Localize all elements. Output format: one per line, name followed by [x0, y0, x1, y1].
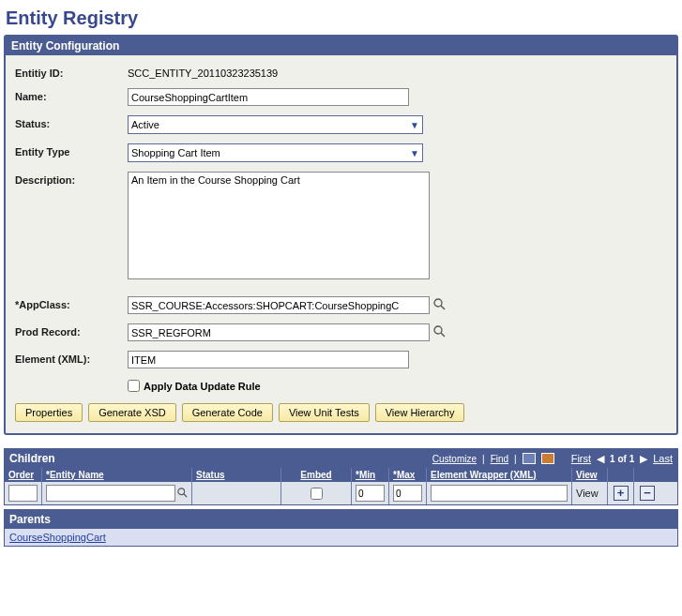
status-label: Status: — [15, 115, 128, 129]
appclass-label: *AppClass: — [15, 296, 128, 310]
children-grid: Children Customize | Find | First ◀ 1 of… — [4, 448, 678, 505]
col-add — [608, 468, 634, 482]
first-link[interactable]: First — [571, 453, 591, 464]
entity-type-select[interactable]: Shopping Cart Item ▼ — [128, 143, 423, 162]
customize-link[interactable]: Customize — [432, 454, 477, 464]
prod-record-label: Prod Record: — [15, 323, 128, 338]
parents-header: Parents — [5, 510, 677, 529]
prev-icon[interactable]: ◀ — [597, 453, 604, 465]
add-row-button[interactable]: + — [614, 486, 629, 501]
entity-configuration-body: Entitiy ID: SCC_ENTITY_20110323235139 Na… — [6, 55, 676, 433]
entity-name-input[interactable] — [46, 485, 175, 502]
status-select-value: Active — [131, 119, 159, 130]
col-entity-name[interactable]: *Entity Name — [42, 468, 192, 482]
view-row-link[interactable]: View — [576, 488, 599, 499]
page-title: Entity Registry — [4, 4, 678, 35]
description-textarea[interactable] — [128, 172, 430, 279]
entity-configuration-header: Entity Configuration — [6, 37, 676, 55]
chevron-down-icon[interactable]: ▼ — [410, 148, 419, 158]
max-input[interactable] — [393, 485, 422, 502]
children-grid-title: Children — [9, 452, 55, 465]
embed-checkbox[interactable] — [311, 488, 323, 500]
lookup-icon[interactable] — [433, 325, 446, 340]
generate-xsd-button[interactable]: Generate XSD — [88, 403, 176, 422]
apply-data-update-rule-checkbox[interactable] — [128, 380, 140, 392]
col-status[interactable]: Status — [192, 468, 281, 482]
status-select[interactable]: Active ▼ — [128, 115, 423, 134]
svg-line-1 — [441, 306, 445, 309]
parent-link[interactable]: CourseShoppingCart — [9, 532, 106, 543]
remove-row-button[interactable]: − — [640, 486, 655, 501]
view-hierarchy-button[interactable]: View Hierarchy — [375, 403, 465, 422]
col-remove — [634, 468, 660, 482]
appclass-input[interactable] — [128, 296, 430, 314]
col-max[interactable]: *Max — [389, 468, 427, 482]
svg-line-5 — [184, 494, 187, 497]
find-link[interactable]: Find — [491, 454, 508, 464]
wrapper-input[interactable] — [431, 485, 568, 502]
svg-point-2 — [434, 326, 442, 334]
entity-type-label: Entity Type — [15, 143, 128, 158]
svg-point-0 — [434, 299, 442, 307]
properties-button[interactable]: Properties — [15, 403, 83, 422]
col-element-wrapper[interactable]: Element Wrapper (XML) — [427, 468, 572, 482]
min-input[interactable] — [356, 485, 385, 502]
download-icon[interactable] — [541, 453, 554, 464]
entity-id-value: SCC_ENTITY_20110323235139 — [128, 65, 278, 79]
element-xml-label: Element (XML): — [15, 351, 128, 365]
col-order[interactable]: Order — [5, 468, 42, 482]
name-input[interactable] — [128, 88, 409, 106]
lookup-icon[interactable] — [433, 298, 446, 313]
col-min[interactable]: *Min — [352, 468, 389, 482]
view-unit-tests-button[interactable]: View Unit Tests — [279, 403, 370, 422]
svg-line-3 — [441, 333, 445, 337]
col-embed[interactable]: Embed — [281, 468, 352, 482]
next-icon[interactable]: ▶ — [640, 453, 647, 465]
grid-position: 1 of 1 — [610, 454, 634, 464]
order-input[interactable] — [8, 485, 38, 502]
lookup-icon[interactable] — [177, 488, 188, 501]
col-view[interactable]: View — [572, 468, 608, 482]
name-label: Name: — [15, 88, 128, 102]
element-xml-input[interactable] — [128, 351, 409, 368]
prod-record-input[interactable] — [128, 323, 430, 341]
description-label: Description: — [15, 172, 128, 186]
apply-data-update-rule-label: Apply Data Update Rule — [144, 381, 261, 392]
entity-id-label: Entitiy ID: — [15, 65, 128, 79]
view-all-icon[interactable] — [523, 453, 536, 464]
chevron-down-icon[interactable]: ▼ — [410, 120, 419, 130]
table-row: View + − — [5, 482, 677, 504]
parents-section: Parents CourseShoppingCart — [4, 509, 678, 547]
last-link[interactable]: Last — [653, 453, 673, 464]
generate-code-button[interactable]: Generate Code — [182, 403, 273, 422]
entity-type-select-value: Shopping Cart Item — [131, 147, 220, 158]
entity-configuration-group: Entity Configuration Entitiy ID: SCC_ENT… — [4, 35, 678, 435]
svg-point-4 — [178, 488, 185, 495]
